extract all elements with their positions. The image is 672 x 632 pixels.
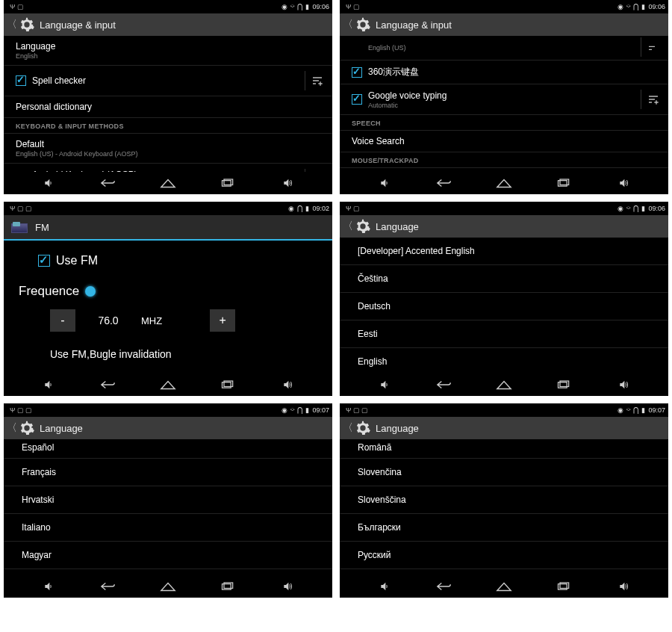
- vol-up-icon[interactable]: [277, 377, 298, 392]
- bt-icon: ⌔: [626, 406, 630, 414]
- row-lang-partial[interactable]: English (US): [340, 36, 668, 61]
- row-use-fm[interactable]: Use FM: [38, 254, 317, 267]
- lang-item[interactable]: Deutsch: [340, 293, 668, 320]
- back-icon[interactable]: [98, 377, 119, 392]
- chevron-left-icon[interactable]: 〈: [343, 18, 350, 31]
- recents-icon[interactable]: [553, 176, 574, 190]
- lang-item[interactable]: Magyar: [4, 542, 332, 569]
- lang-label: Magyar: [22, 550, 52, 560]
- chevron-left-icon[interactable]: 〈: [343, 220, 350, 233]
- psi-icon: Ψ: [346, 3, 352, 10]
- lang-item[interactable]: Slovenščina: [340, 486, 668, 514]
- lang-item[interactable]: Italiano: [4, 514, 332, 542]
- lang-label: Slovenščina: [358, 495, 406, 505]
- home-icon[interactable]: [494, 579, 514, 594]
- plus-button[interactable]: +: [210, 309, 235, 332]
- vol-down-icon[interactable]: [374, 579, 395, 594]
- chevron-left-icon[interactable]: 〈: [343, 421, 350, 435]
- recents-icon[interactable]: [217, 579, 238, 594]
- vol-up-icon[interactable]: [613, 579, 634, 594]
- checkbox-icon[interactable]: [352, 94, 362, 105]
- row-spell-checker[interactable]: Spell checker: [4, 66, 332, 96]
- vol-down-icon[interactable]: [38, 176, 59, 190]
- checkbox-icon[interactable]: [352, 67, 362, 78]
- lang-item[interactable]: Русский: [340, 542, 668, 569]
- language-list[interactable]: Español Français Hrvatski Italiano Magya…: [4, 439, 332, 575]
- vol-up-icon[interactable]: [613, 176, 634, 190]
- recents-icon[interactable]: [217, 176, 238, 190]
- recents-icon[interactable]: [217, 377, 238, 392]
- language-list[interactable]: Română Slovenčina Slovenščina Български …: [340, 439, 668, 575]
- home-icon[interactable]: [158, 377, 178, 392]
- row-android-keyboard[interactable]: Android Keyboard (AOSP)English (US): [4, 164, 332, 172]
- row-frequence[interactable]: Frequence: [19, 284, 317, 299]
- row-subtitle: English (US): [368, 44, 641, 52]
- minus-button[interactable]: -: [50, 309, 75, 332]
- row-voice-search[interactable]: Voice Search: [340, 131, 668, 152]
- row-360-demo[interactable]: 360演示键盘: [340, 61, 668, 84]
- use-fm-label: Use FM: [56, 254, 98, 267]
- lang-item[interactable]: Français: [4, 459, 332, 486]
- back-icon[interactable]: [434, 377, 455, 392]
- audio-icon: ⋂: [633, 205, 638, 212]
- lang-label: Română: [358, 442, 391, 453]
- vol-down-icon[interactable]: [38, 377, 59, 392]
- vol-down-icon[interactable]: [374, 176, 395, 190]
- lang-label: Deutsch: [358, 301, 391, 312]
- vol-up-icon[interactable]: [277, 579, 298, 594]
- lang-item[interactable]: Español: [4, 439, 332, 459]
- recents-icon[interactable]: [553, 579, 574, 594]
- tune-icon[interactable]: [641, 37, 659, 57]
- home-icon[interactable]: [494, 176, 514, 190]
- home-icon[interactable]: [158, 176, 178, 190]
- lang-item[interactable]: Български: [340, 514, 668, 542]
- row-google-voice[interactable]: Google voice typingAutomatic: [340, 84, 668, 115]
- content-list[interactable]: English (US) 360演示键盘 Google voice typing…: [340, 36, 668, 172]
- row-pointer-speed[interactable]: Pointer speed: [340, 168, 668, 172]
- vol-up-icon[interactable]: [277, 176, 298, 190]
- row-language[interactable]: LanguageEnglish: [4, 36, 332, 66]
- home-icon[interactable]: [158, 579, 178, 594]
- radio-on-icon[interactable]: [85, 286, 96, 297]
- row-title: Default: [16, 139, 323, 149]
- home-icon[interactable]: [494, 377, 514, 392]
- vol-down-icon[interactable]: [38, 579, 59, 594]
- nav-bar: [340, 374, 668, 396]
- row-default[interactable]: DefaultEnglish (US) - Android Keyboard (…: [4, 134, 332, 164]
- checkbox-icon[interactable]: [38, 255, 50, 267]
- fm-note: Use FM,Bugle invalidation: [50, 348, 317, 360]
- language-list[interactable]: [Developer] Accented English Čeština Deu…: [340, 238, 668, 374]
- content-list[interactable]: LanguageEnglish Spell checker Personal d…: [4, 36, 332, 172]
- back-icon[interactable]: [98, 579, 119, 594]
- back-icon[interactable]: [434, 176, 455, 190]
- vol-up-icon[interactable]: [613, 377, 634, 392]
- header-title: FM: [35, 222, 49, 233]
- psi-icon: Ψ: [346, 406, 352, 414]
- chevron-left-icon[interactable]: 〈: [7, 18, 14, 31]
- row-personal-dict[interactable]: Personal dictionary: [4, 96, 332, 118]
- battery-icon: ▮: [305, 205, 309, 212]
- header-title: Language & input: [376, 19, 452, 31]
- lang-item[interactable]: Čeština: [340, 265, 668, 293]
- back-icon[interactable]: [434, 579, 455, 594]
- tune-icon[interactable]: [305, 169, 323, 172]
- lang-item[interactable]: [Developer] Accented English: [340, 238, 668, 265]
- chevron-left-icon[interactable]: 〈: [7, 421, 14, 435]
- lang-label: Hrvatski: [22, 495, 54, 505]
- header-bar: 〈 Language & input: [4, 13, 332, 36]
- recents-icon[interactable]: [553, 377, 574, 392]
- lang-item[interactable]: Slovenčina: [340, 459, 668, 486]
- checkbox-icon[interactable]: [16, 75, 26, 86]
- header-title: Language: [40, 423, 83, 434]
- tune-icon[interactable]: [305, 71, 323, 90]
- lang-item[interactable]: Eesti: [340, 320, 668, 348]
- lang-item[interactable]: Română: [340, 439, 668, 459]
- gear-icon: [19, 420, 35, 436]
- back-icon[interactable]: [98, 176, 119, 190]
- tune-icon[interactable]: [641, 90, 659, 109]
- lang-item[interactable]: Hrvatski: [4, 486, 332, 514]
- vol-down-icon[interactable]: [374, 377, 395, 392]
- lang-item[interactable]: Српски: [340, 569, 668, 575]
- lang-item[interactable]: Polski: [4, 569, 332, 575]
- lang-item[interactable]: English: [340, 348, 668, 374]
